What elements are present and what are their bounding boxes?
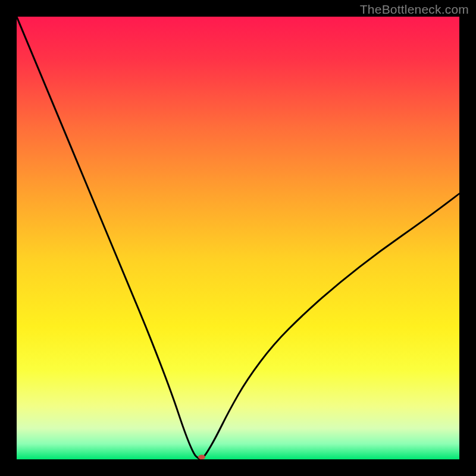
chart-svg: [17, 17, 459, 459]
gradient-background: [17, 17, 459, 459]
minimum-marker: [198, 455, 205, 459]
watermark-text: TheBottleneck.com: [360, 2, 469, 17]
plot-area: [17, 17, 459, 459]
chart-frame: TheBottleneck.com: [0, 0, 476, 476]
